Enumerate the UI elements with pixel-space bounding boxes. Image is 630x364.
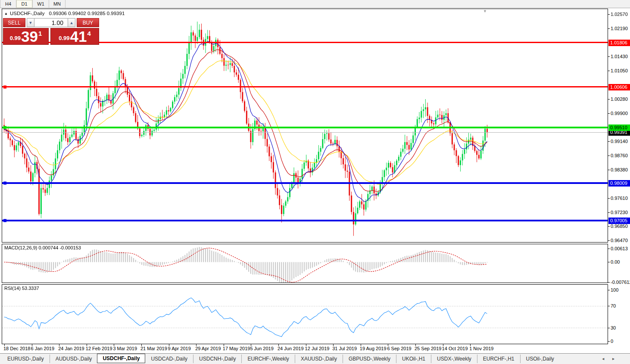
chart-tab-usdchf-daily[interactable]: USDCHF-,Daily (97, 354, 145, 363)
macd-canvas[interactable] (2, 244, 608, 283)
price-badge-0.97005: 0.97005 (608, 218, 630, 224)
date-axis-tick (443, 344, 443, 346)
date-axis-tick (333, 344, 334, 346)
date-axis-tick (361, 344, 361, 346)
rsi-axis-tick: 0 (611, 338, 630, 344)
sell-price-box[interactable]: 0.99 39 1 (3, 28, 49, 45)
timeframe-button-h4[interactable]: H4 (0, 0, 16, 8)
date-axis-label: 1 Nov 2019 (469, 346, 493, 351)
sell-button[interactable]: SELL (3, 18, 25, 27)
date-axis-label: 12 Jul 2019 (305, 346, 330, 351)
price-axis-tick: 0.96470 (611, 237, 630, 243)
volume-increase-button[interactable]: ▲ (68, 18, 75, 27)
chart-tab-usdcnh-daily[interactable]: USDCNH-,Daily (193, 355, 241, 363)
horizontal-level-line-1.00606[interactable] (2, 86, 608, 87)
sell-price-pip-digit: 1 (38, 30, 42, 37)
price-axis-tick: 1.01430 (611, 53, 630, 59)
price-axis-tick: 0.97230 (611, 209, 630, 215)
buy-price-prefix: 0.99 (59, 35, 69, 41)
date-axis-tick (4, 344, 5, 346)
date-axis-label: 25 Sep 2019 (415, 346, 441, 351)
line-drag-handle[interactable] (3, 219, 6, 222)
chart-collapse-icon[interactable]: ▲ (4, 12, 8, 16)
timeframe-toolbar: H4D1W1MN (0, 0, 630, 8)
date-axis-label: 18 Dec 2018 (3, 346, 30, 351)
price-axis-tick: 1.01050 (611, 68, 630, 74)
timeframe-button-d1[interactable]: D1 (16, 0, 33, 8)
volume-input[interactable] (34, 18, 68, 27)
buy-button[interactable]: BUY (77, 18, 99, 27)
price-badge-0.99510: 0.99510 (608, 124, 630, 131)
rsi-axis-tick: 100 (611, 287, 630, 293)
price-axis-tick: 0.99900 (611, 110, 630, 116)
horizontal-level-line-0.99510[interactable] (2, 127, 608, 128)
price-badge-1.00606: 1.00606 (608, 84, 630, 90)
date-axis-label: 24 Jun 2019 (278, 346, 304, 351)
chart-tab-eurchf-weekly[interactable]: EURCHF-,Weekly (241, 355, 294, 363)
macd-axis-tick: 0.00 (611, 259, 630, 265)
chart-title: ▲USDCHF-,Daily0.99306 0.99402 0.99285 0.… (4, 11, 125, 16)
buy-price-box[interactable]: 0.99 41 4 (50, 28, 99, 45)
price-axis-tick: 1.02190 (611, 25, 630, 31)
rsi-canvas[interactable] (2, 285, 608, 344)
chart-tab-ukoil-h1[interactable]: UKOil-,H1 (396, 355, 431, 363)
chart-tab-audusd-daily[interactable]: AUDUSD-,Daily (50, 355, 98, 363)
timeframe-button-w1[interactable]: W1 (33, 0, 49, 8)
horizontal-level-line-0.98009[interactable] (2, 182, 608, 184)
line-drag-handle[interactable] (3, 85, 6, 88)
tab-scroll-arrows[interactable]: ◂ ▸ (602, 356, 618, 361)
date-axis-label: 9 Apr 2019 (168, 346, 191, 351)
price-axis-tick: 0.98760 (611, 152, 630, 159)
chart-tab-eurchf-h1[interactable]: EURCHF-,H1 (477, 355, 520, 363)
macd-axis-tick: 0.00613 (611, 246, 630, 252)
chart-tab-usdx-weekly[interactable]: USDX-,Weekly (431, 355, 477, 363)
rsi-axis-tick: 30 (611, 325, 630, 331)
macd-label: MACD(12,26,9) 0.000744 -0.000153 (4, 245, 81, 250)
chart-tab-bar: EURUSD-,DailyAUDUSD-,DailyUSDCHF-,DailyU… (0, 353, 630, 364)
date-axis-tick (141, 344, 142, 346)
date-axis-label: 29 Apr 2019 (195, 346, 221, 351)
timeframe-button-mn[interactable]: MN (49, 0, 65, 8)
price-badge-0.98009: 0.98009 (608, 180, 630, 187)
date-axis-label: 12 Feb 2019 (86, 346, 112, 351)
price-axis-tick: 1.02570 (611, 11, 630, 17)
chart-ohlc-values: 0.99306 0.99402 0.99285 0.99391 (49, 11, 125, 16)
date-axis-tick (32, 344, 32, 346)
date-axis-tick (251, 344, 251, 346)
date-axis-label: 5 Jun 2019 (250, 346, 273, 351)
macd-axis-tick: -0.007612 (611, 279, 630, 285)
date-axis-tick (306, 344, 306, 346)
line-drag-handle[interactable] (3, 126, 6, 129)
chart-tab-eurusd-daily[interactable]: EURUSD-,Daily (2, 355, 50, 363)
date-axis-tick (278, 344, 279, 346)
price-axis-tick: 1.00280 (611, 96, 630, 102)
chart-tab-xauusd-daily[interactable]: XAUUSD-,Daily (295, 355, 343, 363)
macd-indicator-pane (2, 244, 608, 283)
date-axis-label: 21 Mar 2019 (140, 346, 167, 351)
chart-shift-marker-icon[interactable]: ▼ (483, 9, 487, 13)
chart-tab-usdcad-daily[interactable]: USDCAD-,Daily (145, 355, 193, 363)
chart-symbol-label: USDCHF-,Daily (10, 11, 45, 16)
volume-decrease-button[interactable]: ▼ (27, 18, 34, 27)
price-axis-tick: 0.97610 (611, 195, 630, 201)
date-axis-tick (169, 344, 169, 346)
date-axis-tick (415, 344, 416, 346)
chart-tab-usoil-daily[interactable]: USOil-,Daily (520, 355, 560, 363)
line-drag-handle[interactable] (3, 182, 6, 185)
date-axis-label: 31 Jul 2019 (332, 346, 357, 351)
date-axis-tick (196, 344, 196, 346)
date-axis-tick (114, 344, 114, 346)
date-axis-label: 24 Jan 2019 (58, 346, 84, 351)
rsi-axis-tick: 70 (611, 303, 630, 309)
price-badge-1.01806: 1.01806 (608, 40, 630, 46)
date-axis-label: 19 Aug 2019 (360, 346, 387, 351)
price-axis-tick: 0.98380 (611, 167, 630, 173)
date-axis-tick (224, 344, 224, 346)
price-axis-tick: 0.96850 (611, 223, 630, 229)
horizontal-level-line-0.97005[interactable] (2, 220, 608, 221)
chart-tab-gbpusd-weekly[interactable]: GBPUSD-,Weekly (343, 355, 396, 363)
date-axis-tick (87, 344, 87, 346)
date-axis-label: 6 Jan 2019 (31, 346, 54, 351)
current-price-line (2, 132, 608, 133)
date-axis-label: 17 May 2019 (223, 346, 250, 351)
